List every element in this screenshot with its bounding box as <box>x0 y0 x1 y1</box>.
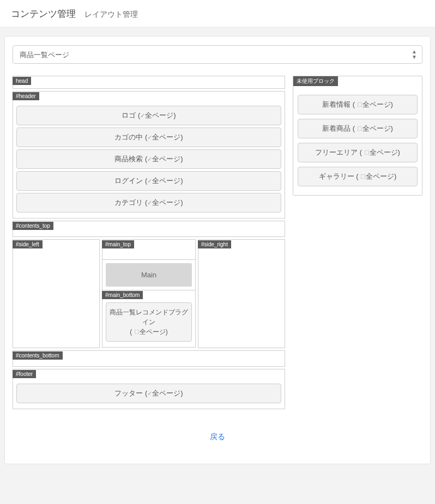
page-title: コンテンツ管理 <box>11 9 76 19</box>
zone-header[interactable]: #header ロゴ (✓全ページ) カゴの中 (✓全ページ) <box>13 91 285 218</box>
zone-contents-top[interactable]: #contents_top <box>13 221 285 237</box>
check-icon: ✓ <box>147 178 152 184</box>
zone-label-main-top: #main_top <box>102 240 134 248</box>
check-icon: ✓ <box>140 112 145 119</box>
zone-label-head: head <box>13 77 31 85</box>
check-icon: ✓ <box>147 134 152 141</box>
checkbox-off-icon: ☐ <box>364 149 370 156</box>
check-icon: ✓ <box>147 390 152 397</box>
zone-label-header: #header <box>13 92 39 100</box>
page-header: コンテンツ管理 レイアウト管理 <box>0 0 435 27</box>
zone-label-side-left: #side_left <box>13 240 43 248</box>
zone-label-contents-bottom: #contents_bottom <box>13 351 63 360</box>
zone-contents-bottom[interactable]: #contents_bottom <box>13 350 285 367</box>
zone-label-main-bottom: #main_bottom <box>102 291 143 299</box>
block-logo[interactable]: ロゴ (✓全ページ) <box>16 106 281 125</box>
page-subtitle: レイアウト管理 <box>84 10 138 19</box>
block-cart[interactable]: カゴの中 (✓全ページ) <box>16 127 281 147</box>
back-link[interactable]: 戻る <box>210 432 225 441</box>
zone-label-contents-top: #contents_top <box>13 222 53 230</box>
main-panel: 商品一覧ページ ▲▼ head #header ロゴ <box>4 36 431 464</box>
checkbox-off-icon: ☐ <box>134 329 140 335</box>
block-login[interactable]: ログイン (✓全ページ) <box>16 171 281 191</box>
zone-side-right[interactable]: #side_right <box>198 239 285 348</box>
block-news[interactable]: 新着情報 ( ☐全ページ) <box>298 95 418 114</box>
checkbox-off-icon: ☐ <box>357 101 362 108</box>
zone-head[interactable]: head <box>13 76 285 89</box>
block-category[interactable]: カテゴリ (✓全ページ) <box>16 193 281 212</box>
block-new-products[interactable]: 新着商品 ( ☐全ページ) <box>298 119 418 138</box>
checkbox-off-icon: ☐ <box>360 173 366 180</box>
page-select[interactable]: 商品一覧ページ <box>13 45 422 64</box>
zone-label-footer: #footer <box>13 370 36 378</box>
zone-main: Main <box>102 259 196 290</box>
check-icon: ✓ <box>147 156 152 162</box>
block-recommend-plugin[interactable]: 商品一覧レコメンドプラグイン ( ☐全ページ) <box>106 302 192 342</box>
checkbox-off-icon: ☐ <box>357 125 362 132</box>
block-search[interactable]: 商品検索 (✓全ページ) <box>16 149 281 169</box>
zone-side-left[interactable]: #side_left <box>13 239 100 348</box>
block-gallery[interactable]: ギャラリー ( ☐全ページ) <box>298 167 418 186</box>
block-free-area[interactable]: フリーエリア ( ☐全ページ) <box>298 143 418 162</box>
unused-label: 未使用ブロック <box>293 76 338 86</box>
layout-column: head #header ロゴ (✓全ページ) カゴの中 ( <box>13 76 285 411</box>
check-icon: ✓ <box>147 199 152 206</box>
zone-label-side-right: #side_right <box>198 240 231 248</box>
zone-main-bottom[interactable]: #main_bottom 商品一覧レコメンドプラグイン ( ☐全ページ) <box>102 290 196 348</box>
block-footer[interactable]: フッター (✓全ページ) <box>16 384 281 403</box>
zone-footer[interactable]: #footer フッター (✓全ページ) <box>13 369 285 409</box>
main-block: Main <box>106 263 192 287</box>
unused-blocks-panel: 未使用ブロック 新着情報 ( ☐全ページ) 新着商品 ( ☐全ページ) <box>293 76 422 196</box>
zone-main-top[interactable]: #main_top <box>102 239 196 259</box>
